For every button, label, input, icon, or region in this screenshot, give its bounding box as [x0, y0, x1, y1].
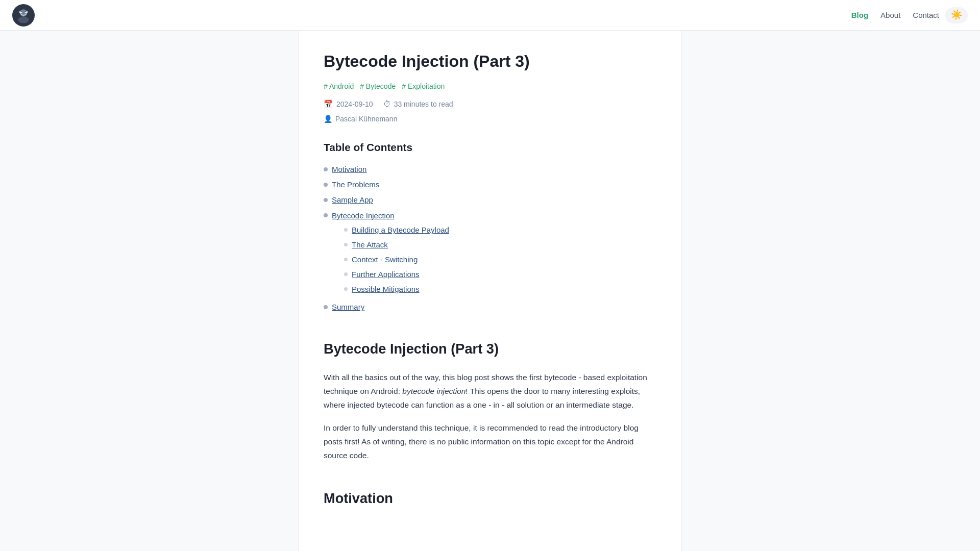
article-date: 2024-09-10: [336, 98, 373, 110]
toc-bullet: [324, 198, 328, 202]
toc-item-summary: Summary: [324, 301, 656, 313]
tag-bytecode[interactable]: Bytecode: [360, 81, 396, 92]
nav-contact-link[interactable]: Contact: [913, 9, 939, 21]
author-row: 👤 Pascal Kühnemann: [324, 113, 656, 124]
svg-point-2: [19, 11, 22, 13]
bytecode-injection-em: bytecode injection: [402, 387, 465, 395]
nav-blog-link[interactable]: Blog: [851, 9, 868, 21]
toc-sub-bullet: [344, 272, 348, 276]
site-header: Blog About Contact ☀️: [0, 0, 980, 31]
nav-right: Blog About Contact ☀️: [851, 7, 968, 23]
sun-icon: ☀️: [951, 8, 962, 22]
toc-link-summary[interactable]: Summary: [332, 301, 364, 313]
toc-link-problems[interactable]: The Problems: [332, 179, 379, 191]
readtime-meta: ⏱ 33 minutes to read: [383, 98, 453, 110]
toc-sub-item-context-switching: Context - Switching: [344, 254, 449, 266]
tags-row: Android Bytecode Exploitation: [324, 81, 656, 92]
toc-heading: Table of Contents: [324, 139, 656, 156]
toc-link-sample-app[interactable]: Sample App: [332, 194, 373, 206]
toc-bullet: [324, 167, 328, 171]
svg-point-5: [20, 11, 21, 12]
toc-link-bytecode-injection[interactable]: Bytecode Injection: [332, 211, 395, 220]
toc-sub-bullet: [344, 228, 348, 232]
main-content: Bytecode Injection (Part 3) Android Byte…: [299, 31, 681, 551]
toc-sub-list: Building a Bytecode Payload The Attack C…: [332, 224, 449, 295]
calendar-icon: 📅: [324, 98, 333, 110]
toc-sub-bullet: [344, 287, 348, 291]
article-paragraph-2: In order to fully understand this techni…: [324, 421, 656, 462]
article-paragraph-1: With all the basics out of the way, this…: [324, 370, 656, 412]
toc-item-problems: The Problems: [324, 179, 656, 191]
toc-link-building-payload[interactable]: Building a Bytecode Payload: [352, 224, 449, 236]
main-nav: Blog About Contact: [851, 9, 939, 21]
author-name: Pascal Kühnemann: [335, 113, 397, 124]
toc-list: Motivation The Problems Sample App Bytec…: [324, 163, 656, 314]
toc-link-context-switching[interactable]: Context - Switching: [352, 254, 418, 266]
toc-item-motivation: Motivation: [324, 163, 656, 176]
page-wrapper: Bytecode Injection (Part 3) Android Byte…: [0, 31, 980, 551]
meta-row: 📅 2024-09-10 ⏱ 33 minutes to read: [324, 98, 656, 110]
toc-sub-bullet: [344, 258, 348, 261]
toc-bullet: [324, 183, 328, 187]
toc-link-the-attack[interactable]: The Attack: [352, 239, 388, 251]
toc-sub-item-further-applications: Further Applications: [344, 268, 449, 281]
toc-sub-item-possible-mitigations: Possible Mitigations: [344, 283, 449, 295]
toc-item-bytecode-injection: Bytecode Injection Building a Bytecode P…: [324, 209, 656, 298]
clock-icon: ⏱: [383, 98, 391, 110]
read-time: 33 minutes to read: [394, 98, 453, 110]
toc-bullet: [324, 213, 328, 217]
toc-link-motivation[interactable]: Motivation: [332, 163, 366, 176]
svg-point-3: [25, 11, 28, 13]
tag-android[interactable]: Android: [324, 81, 354, 92]
svg-point-4: [18, 16, 29, 23]
theme-toggle-button[interactable]: ☀️: [945, 7, 968, 23]
section-heading-main: Bytecode Injection (Part 3): [324, 338, 656, 360]
toc-bullet: [324, 305, 328, 309]
tag-exploitation[interactable]: Exploitation: [402, 81, 445, 92]
toc-sub-item-building-payload: Building a Bytecode Payload: [344, 224, 449, 236]
date-meta: 📅 2024-09-10: [324, 98, 373, 110]
motivation-heading: Motivation: [324, 487, 656, 510]
nav-about-link[interactable]: About: [880, 9, 900, 21]
toc-sub-item-the-attack: The Attack: [344, 239, 449, 251]
toc-link-further-applications[interactable]: Further Applications: [352, 268, 420, 281]
svg-point-6: [25, 11, 26, 12]
article-title: Bytecode Injection (Part 3): [324, 51, 656, 72]
toc-sub-bullet: [344, 243, 348, 246]
toc-item-sample-app: Sample App: [324, 194, 656, 206]
site-logo[interactable]: [12, 4, 35, 27]
person-icon: 👤: [324, 113, 332, 124]
toc-link-possible-mitigations[interactable]: Possible Mitigations: [352, 283, 420, 295]
